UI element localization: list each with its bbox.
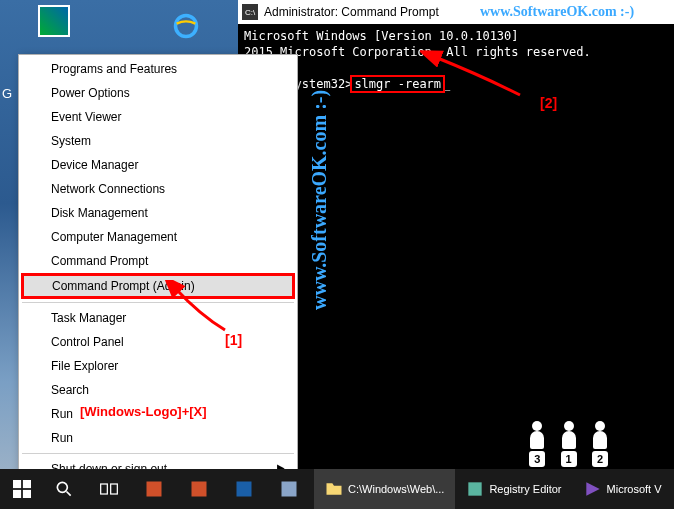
watermark-vertical: www.SoftwareOK.com :-) [308, 90, 331, 310]
taskbar-pinned-1[interactable] [134, 469, 179, 509]
svg-rect-7 [101, 484, 108, 494]
menu-separator [22, 302, 294, 303]
taskbar-vs[interactable]: Microsoft V [573, 469, 673, 509]
cmd-icon: C:\ [242, 4, 258, 20]
person-num-2: 1 [561, 451, 577, 467]
taskbar-pinned-4[interactable] [269, 469, 314, 509]
person-num-1: 3 [529, 451, 545, 467]
annotation-marker-1: [1] [225, 332, 242, 348]
menu-item-network-connections[interactable]: Network Connections [21, 177, 295, 201]
menu-item-power-options[interactable]: Power Options [21, 81, 295, 105]
svg-rect-1 [13, 480, 21, 488]
taskbar-taskview-icon[interactable] [89, 469, 134, 509]
annotation-marker-2: [2] [540, 95, 557, 111]
menu-item-task-manager[interactable]: Task Manager [21, 306, 295, 330]
menu-item-search[interactable]: Search [21, 378, 295, 402]
people-figures: 3 1 2 [523, 431, 614, 467]
taskbar-search-icon[interactable] [44, 469, 89, 509]
taskbar-explorer-label: C:\Windows\Web\... [348, 483, 444, 495]
menu-item-file-explorer[interactable]: File Explorer [21, 354, 295, 378]
svg-rect-10 [192, 482, 207, 497]
menu-item-disk-management[interactable]: Disk Management [21, 201, 295, 225]
menu-item-system[interactable]: System [21, 129, 295, 153]
menu-item-run[interactable]: Run [21, 426, 295, 450]
svg-line-6 [67, 492, 71, 496]
cmd-title-text: Administrator: Command Prompt [264, 5, 439, 19]
taskbar-vs-label: Microsoft V [607, 483, 662, 495]
menu-item-computer-management[interactable]: Computer Management [21, 225, 295, 249]
svg-rect-2 [23, 480, 31, 488]
start-button[interactable] [0, 469, 44, 509]
desktop-label-partial: G [2, 86, 12, 101]
svg-rect-8 [111, 484, 118, 494]
svg-rect-3 [13, 490, 21, 498]
svg-rect-4 [23, 490, 31, 498]
menu-separator [22, 453, 294, 454]
menu-item-control-panel[interactable]: Control Panel [21, 330, 295, 354]
winx-context-menu: Programs and FeaturesPower OptionsEvent … [18, 54, 298, 508]
svg-rect-11 [237, 482, 252, 497]
arrow-to-command [420, 45, 540, 115]
svg-rect-13 [469, 482, 482, 495]
svg-rect-9 [147, 482, 162, 497]
taskbar-regedit-label: Registry Editor [489, 483, 561, 495]
menu-item-command-prompt[interactable]: Command Prompt [21, 249, 295, 273]
person-num-3: 2 [592, 451, 608, 467]
taskbar-regedit[interactable]: Registry Editor [455, 469, 572, 509]
watermark-top: www.SoftwareOK.com :-) [480, 4, 634, 20]
desktop-icon-ie[interactable] [162, 10, 210, 44]
desktop-icon-app[interactable] [30, 5, 78, 39]
svg-point-5 [57, 482, 67, 492]
cmd-line-version: Microsoft Windows [Version 10.0.10130] [244, 28, 668, 44]
taskbar-pinned-2[interactable] [179, 469, 224, 509]
menu-item-programs-and-features[interactable]: Programs and Features [21, 57, 295, 81]
menu-item-device-manager[interactable]: Device Manager [21, 153, 295, 177]
menu-item-event-viewer[interactable]: Event Viewer [21, 105, 295, 129]
menu-item-command-prompt-admin-[interactable]: Command Prompt (Admin) [21, 273, 295, 299]
arrow-to-menu-item [160, 280, 240, 340]
svg-point-0 [176, 16, 197, 37]
taskbar-pinned-3[interactable] [224, 469, 269, 509]
taskbar: C:\Windows\Web\... Registry Editor Micro… [0, 469, 674, 509]
annotation-hotkey: [Windows-Logo]+[X] [80, 404, 207, 419]
taskbar-explorer[interactable]: C:\Windows\Web\... [314, 469, 455, 509]
svg-rect-12 [282, 482, 297, 497]
